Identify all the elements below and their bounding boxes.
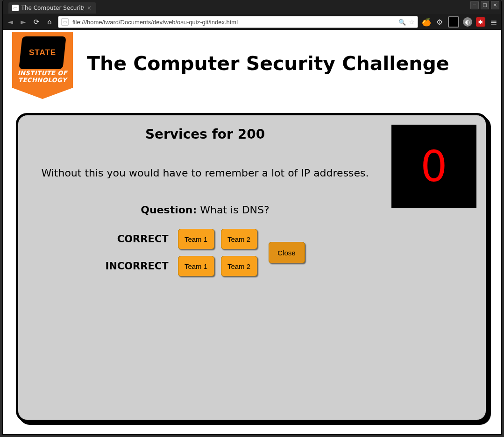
favicon-icon: ▭: [12, 5, 19, 11]
question-answer: What is DNS?: [200, 204, 269, 216]
osu-logo-banner: STATE INSTITUTE OF TECHNOLOGY: [12, 32, 73, 97]
scoring-buttons: CORRECT Team 1 Team 2 INCORRECT Team 1 T…: [28, 229, 383, 276]
tab-title: The Computer Security: [21, 5, 84, 11]
close-button[interactable]: Close: [269, 242, 305, 263]
page-header: STATE INSTITUTE OF TECHNOLOGY The Comput…: [3, 30, 501, 97]
menu-icon[interactable]: ≡: [489, 17, 498, 27]
url-input[interactable]: [71, 18, 396, 26]
reload-icon[interactable]: ⟳: [32, 17, 41, 27]
address-bar[interactable]: ▭ 🔍 ☆: [58, 16, 418, 28]
page-title: The Computer Security Challenge: [87, 52, 449, 75]
institute-text: INSTITUTE OF TECHNOLOGY: [12, 70, 73, 84]
browser-tab[interactable]: ▭ The Computer Security ×: [8, 2, 96, 14]
state-logo-text: STATE: [29, 48, 56, 57]
extension-icon[interactable]: ◐: [463, 17, 472, 27]
timer-value: 0: [420, 142, 447, 191]
window-close-button[interactable]: ×: [491, 1, 499, 9]
tab-strip: ▭ The Computer Security ×: [8, 2, 96, 14]
state-logo-icon: STATE: [19, 36, 66, 69]
page-icon: ▭: [61, 18, 69, 26]
question-clue: Without this you would have to remember …: [28, 167, 383, 179]
page-content: STATE INSTITUTE OF TECHNOLOGY The Comput…: [3, 30, 501, 434]
extension-icon[interactable]: 🍊: [422, 17, 431, 27]
extension-icon[interactable]: ✱: [476, 17, 485, 27]
correct-team2-button[interactable]: Team 2: [221, 229, 257, 249]
tab-close-icon[interactable]: ×: [87, 5, 92, 11]
correct-team1-button[interactable]: Team 1: [178, 229, 214, 249]
window-maximize-button[interactable]: □: [481, 1, 489, 9]
back-icon[interactable]: ◄: [6, 17, 15, 27]
browser-toolbar: ◄ ► ⟳ ⌂ ▭ 🔍 ☆ 🍊 ⚙ ◐ ✱ ≡: [3, 14, 501, 30]
browser-window: − □ × ▭ The Computer Security × ◄ ► ⟳ ⌂ …: [3, 0, 501, 434]
window-controls: − □ ×: [470, 1, 499, 9]
quiz-panel: 0 Services for 200 Without this you woul…: [16, 113, 488, 422]
extension-icon[interactable]: [448, 16, 459, 28]
forward-icon[interactable]: ►: [19, 17, 28, 27]
question-area: Services for 200 Without this you would …: [28, 127, 383, 276]
incorrect-label: INCORRECT: [105, 261, 171, 272]
bookmark-star-icon[interactable]: ☆: [409, 18, 415, 26]
home-icon[interactable]: ⌂: [45, 17, 54, 27]
settings-gear-icon[interactable]: ⚙: [435, 17, 444, 27]
window-minimize-button[interactable]: −: [470, 1, 479, 9]
question-answer-row: Question: What is DNS?: [28, 204, 383, 216]
incorrect-team2-button[interactable]: Team 2: [221, 256, 257, 276]
timer-display: 0: [391, 125, 476, 208]
incorrect-team1-button[interactable]: Team 1: [178, 256, 214, 276]
question-header: Services for 200: [28, 127, 383, 142]
question-label: Question:: [141, 204, 197, 216]
correct-label: CORRECT: [105, 233, 171, 245]
page-viewport: STATE INSTITUTE OF TECHNOLOGY The Comput…: [3, 30, 501, 434]
zoom-icon[interactable]: 🔍: [398, 19, 406, 26]
